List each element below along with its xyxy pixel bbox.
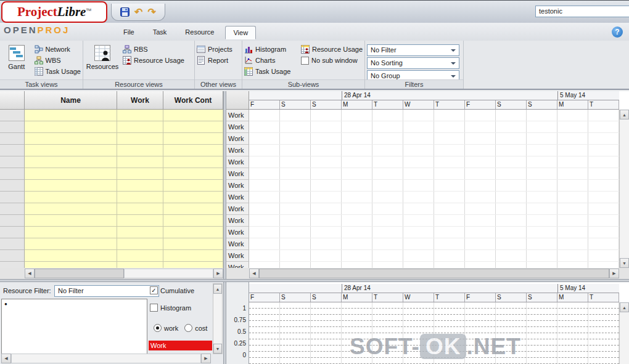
charts-subview-button[interactable]: Charts [244, 55, 298, 65]
row-header-cell[interactable] [0, 145, 25, 156]
resource-usage-subview-button[interactable]: Resource Usage [301, 44, 363, 54]
name-cell[interactable] [25, 133, 117, 145]
work-row-label[interactable]: Work [226, 238, 249, 250]
scrollbar-track[interactable] [124, 269, 213, 278]
name-cell[interactable] [25, 180, 117, 192]
undo-button[interactable]: ↶ [134, 7, 142, 17]
name-cell[interactable] [25, 262, 117, 268]
work-cell[interactable] [117, 145, 163, 156]
tab-view[interactable]: View [225, 26, 256, 39]
resource-usage-view-button[interactable]: Resource Usage [123, 55, 184, 65]
scrollbar-track[interactable] [620, 119, 629, 258]
work-cont-cell[interactable] [163, 262, 223, 268]
work-cont-cell[interactable] [163, 250, 223, 262]
resource-filter-dropdown[interactable]: No Filter [54, 285, 159, 297]
work-cell[interactable] [117, 215, 163, 227]
row-header-cell[interactable] [0, 238, 25, 250]
work-row-label[interactable]: Work [226, 168, 249, 180]
scrollbar-thumb[interactable] [259, 269, 609, 278]
work-cell[interactable] [117, 192, 163, 203]
work-row-label[interactable]: Work [226, 262, 249, 268]
work-row-label[interactable]: Work [226, 110, 249, 121]
work-cell[interactable] [117, 227, 163, 238]
scroll-left-button[interactable]: ◀ [1, 354, 11, 363]
name-cell[interactable] [25, 121, 117, 133]
no-sub-window-checkbox[interactable]: No sub window [301, 55, 363, 65]
name-cell[interactable] [25, 250, 117, 262]
row-header-cell[interactable] [0, 250, 25, 262]
column-header-work-cont[interactable]: Work Cont [163, 91, 223, 110]
scrollbar-track[interactable] [11, 354, 201, 363]
cumulative-checkbox[interactable]: ✓ Cumulative [150, 286, 194, 294]
scroll-right-button[interactable]: ▶ [213, 269, 223, 278]
task-usage-view-button[interactable]: Task Usage [35, 67, 81, 76]
work-cont-cell[interactable] [163, 215, 223, 227]
histogram-checkbox[interactable]: Histogram [150, 304, 191, 312]
work-row-label[interactable]: Work [226, 192, 249, 203]
scroll-down-button[interactable]: ▼ [213, 344, 222, 354]
work-series-item[interactable]: Work [149, 341, 212, 350]
tab-file[interactable]: File [116, 26, 142, 39]
work-cont-cell[interactable] [163, 121, 223, 133]
row-header-cell[interactable] [0, 156, 25, 168]
work-cont-cell[interactable] [163, 203, 223, 215]
tab-resource[interactable]: Resource [178, 26, 221, 39]
name-cell[interactable] [25, 168, 117, 180]
row-header-cell[interactable] [0, 121, 25, 133]
work-row-label[interactable]: Work [226, 156, 249, 168]
redo-button[interactable]: ↷ [147, 7, 155, 17]
scroll-left-button[interactable]: ◀ [249, 269, 259, 278]
work-cell[interactable] [117, 168, 163, 180]
work-cell[interactable] [117, 110, 163, 121]
work-radio[interactable]: work [154, 324, 178, 332]
wbs-view-button[interactable]: WBS [35, 55, 81, 65]
sorting-dropdown[interactable]: No Sorting [367, 57, 459, 69]
work-cell[interactable] [117, 203, 163, 215]
work-row-label[interactable]: Work [226, 227, 249, 238]
gantt-view-button[interactable]: Gantt [2, 42, 31, 70]
save-button[interactable] [120, 7, 130, 17]
work-cont-cell[interactable] [163, 168, 223, 180]
report-view-button[interactable]: Report [197, 55, 240, 65]
resource-list-box[interactable]: ● [1, 299, 147, 354]
column-header-work[interactable]: Work [117, 91, 163, 110]
cost-radio[interactable]: cost [184, 324, 207, 332]
row-header-cell[interactable] [0, 168, 25, 180]
scroll-up-button[interactable]: ▲ [620, 110, 629, 119]
resources-view-button[interactable]: Resources [85, 42, 120, 70]
work-cont-cell[interactable] [163, 156, 223, 168]
help-button[interactable]: ? [612, 26, 623, 38]
row-header-cell[interactable] [0, 215, 25, 227]
work-cell[interactable] [117, 156, 163, 168]
work-cell[interactable] [117, 250, 163, 262]
work-row-label[interactable]: Work [226, 145, 249, 156]
row-header-cell[interactable] [0, 262, 25, 268]
work-cont-cell[interactable] [163, 192, 223, 203]
tab-task[interactable]: Task [146, 26, 175, 39]
name-cell[interactable] [25, 145, 117, 156]
row-header-cell[interactable] [0, 192, 25, 203]
name-cell[interactable] [25, 215, 117, 227]
work-row-label[interactable]: Work [226, 203, 249, 215]
name-cell[interactable] [25, 227, 117, 238]
work-cont-cell[interactable] [163, 180, 223, 192]
row-header-cell[interactable] [0, 110, 25, 121]
work-cell[interactable] [117, 238, 163, 250]
row-header-cell[interactable] [0, 180, 25, 192]
usage-grid-area[interactable] [249, 110, 619, 268]
scroll-down-button[interactable]: ▼ [620, 258, 629, 268]
work-row-label[interactable]: Work [226, 121, 249, 133]
work-cont-cell[interactable] [163, 145, 223, 156]
scroll-up-button[interactable]: ▲ [213, 284, 222, 294]
column-header-name[interactable]: Name [25, 91, 117, 110]
filter-dropdown[interactable]: No Filter [367, 44, 459, 56]
name-cell[interactable] [25, 192, 117, 203]
work-cont-cell[interactable] [163, 133, 223, 145]
name-cell[interactable] [25, 156, 117, 168]
scrollbar-track[interactable] [620, 312, 629, 364]
scroll-right-button[interactable]: ▶ [201, 354, 211, 363]
histogram-subview-button[interactable]: Histogram [244, 44, 298, 54]
work-row-label[interactable]: Work [226, 180, 249, 192]
row-header-cell[interactable] [0, 133, 25, 145]
name-cell[interactable] [25, 203, 117, 215]
